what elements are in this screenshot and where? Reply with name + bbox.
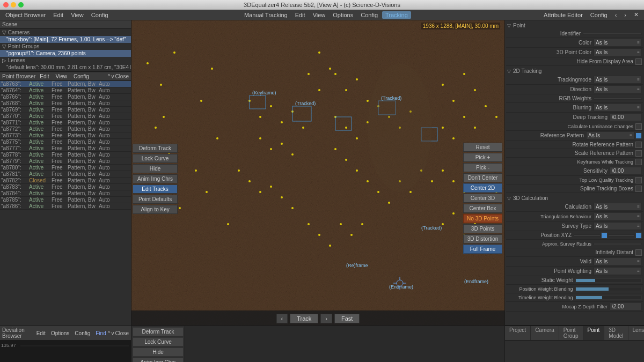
pos-y-value[interactable]: [608, 234, 635, 237]
attr-nav-left[interactable]: ‹: [612, 11, 620, 19]
menu-manual-tracking[interactable]: Manual Tracking: [241, 11, 291, 19]
dev-nav-down[interactable]: v: [111, 330, 114, 336]
close-dot[interactable]: [3, 2, 9, 8]
menu-edit-track[interactable]: Edit: [292, 11, 309, 19]
point-groups-group[interactable]: ▽ Point Groups: [0, 43, 131, 50]
point-row[interactable]: "a8763": Active Free Pattern, Bw Auto: [0, 81, 131, 87]
infinitely-distant-checkbox[interactable]: [635, 249, 642, 256]
maximize-dot[interactable]: [18, 2, 24, 8]
attr-close[interactable]: ✕: [631, 11, 642, 19]
menu-tracking-active[interactable]: Tracking: [382, 11, 411, 19]
rotate-ref-checkbox[interactable]: [635, 142, 642, 148]
point-browser-nav-up[interactable]: ^: [108, 73, 111, 79]
hide-button[interactable]: Hide: [133, 164, 178, 173]
lock-curve-button[interactable]: Lock Curve: [133, 154, 178, 163]
camera-item[interactable]: "trackboy": [Main], 72 Frames, 1.00, Len…: [0, 36, 131, 43]
point-row[interactable]: "a8766": Active Free Pattern, Bw Auto: [0, 94, 131, 100]
pick-plus-button[interactable]: Pick +: [463, 153, 502, 162]
scale-ref-checkbox[interactable]: [635, 150, 642, 157]
triangulation-value[interactable]: As Is ≡: [594, 212, 642, 220]
lenses-group[interactable]: ▷ Lenses: [0, 57, 131, 64]
vp-fast-button[interactable]: Fast: [334, 314, 360, 323]
point-row[interactable]: "a8764": Active Free Pattern, Bw Auto: [0, 87, 131, 94]
hide-checkbox[interactable]: [635, 58, 642, 65]
anim-img-button[interactable]: Anim Img Chrs: [133, 174, 178, 183]
point-browser-config[interactable]: Config: [71, 73, 91, 79]
center-2d-button[interactable]: Center 2D: [463, 183, 502, 193]
center-3d-button[interactable]: Center 3D: [463, 194, 502, 203]
3d-distortion-button[interactable]: 3D Distortion: [463, 234, 502, 243]
point-row[interactable]: "a8778": Active Free Pattern, Bw Auto: [0, 152, 131, 158]
lens-item[interactable]: "default lens": 30.00 mm, 2.81 cm x 1.87…: [0, 64, 131, 71]
approx-survey-value[interactable]: [594, 243, 642, 245]
trackingmode-value[interactable]: As Is ≡: [594, 76, 642, 84]
deep-tracking-value[interactable]: \0.00: [610, 113, 642, 121]
timeline-weight-bar[interactable]: [575, 295, 642, 300]
tab-camera[interactable]: Camera: [531, 326, 559, 340]
tab-lens[interactable]: Lens: [628, 326, 644, 340]
3d-points-button[interactable]: 3D Points: [463, 224, 502, 233]
spline-boxes-checkbox[interactable]: [635, 186, 642, 192]
point-row[interactable]: "a8781": Active Free Pattern, Bw Auto: [0, 171, 131, 178]
reset-button[interactable]: Reset: [463, 143, 502, 152]
tab-3d-model[interactable]: 3D Model: [604, 326, 628, 340]
point-defaults-button[interactable]: Point Defaults: [133, 195, 178, 204]
menu-config-ob[interactable]: Config: [88, 11, 112, 19]
vp-next-button[interactable]: ›: [320, 314, 332, 323]
vp-track-button[interactable]: Track: [290, 314, 318, 323]
point-row[interactable]: "a8769": Active Free Pattern, Bw Auto: [0, 107, 131, 113]
point-row[interactable]: "a8777": Active Free Pattern, Bw Auto: [0, 145, 131, 152]
hide-tool[interactable]: Hide: [133, 348, 184, 357]
point-row[interactable]: "a8770": Active Free Pattern, Bw Auto: [0, 113, 131, 120]
deform-track-tool[interactable]: Deform Track: [133, 327, 184, 336]
point-browser-view[interactable]: View: [53, 73, 69, 79]
point-row[interactable]: "a8784": Active Free Pattern, Bw Auto: [0, 190, 131, 197]
pos-x-value[interactable]: [574, 234, 601, 237]
point-row[interactable]: "a8772": Active Free Pattern, Bw Auto: [0, 126, 131, 132]
3d-point-color-value[interactable]: As Is ≡: [594, 48, 642, 56]
pick-minus-button[interactable]: Pick -: [463, 163, 502, 172]
no-3d-points-button[interactable]: No 3D Points: [463, 214, 502, 223]
dev-nav-up[interactable]: ^: [108, 330, 111, 336]
point-browser-close[interactable]: Close: [115, 73, 129, 79]
menu-object-browser[interactable]: Object Browser: [2, 11, 49, 19]
minimize-dot[interactable]: [11, 2, 16, 8]
center-box-button[interactable]: Center Box: [463, 204, 502, 213]
attr-editor-config[interactable]: Config: [587, 11, 611, 19]
edit-tracks-button[interactable]: Edit Tracks: [133, 184, 178, 194]
point-row[interactable]: "a8783": Active Free Pattern, Bw Auto: [0, 184, 131, 190]
anim-img-tool[interactable]: Anim Img Chrs: [133, 358, 184, 362]
menu-view-ob[interactable]: View: [68, 11, 87, 19]
point-row[interactable]: "a8785": Active Free Pattern, Bw Auto: [0, 197, 131, 203]
sensitivity-value[interactable]: \0.00: [610, 167, 642, 175]
point-row[interactable]: "a8771": Active Free Pattern, Bw Auto: [0, 120, 131, 126]
survey-type-value[interactable]: As Is ≡: [594, 222, 642, 230]
deform-track-button[interactable]: Deform Track: [133, 144, 178, 153]
menu-view-track[interactable]: View: [310, 11, 329, 19]
point-browser-nav-down[interactable]: v: [111, 73, 114, 79]
mocap-zdepth-value[interactable]: \2.00: [610, 302, 642, 311]
menu-config-track[interactable]: Config: [357, 11, 381, 19]
calculation-value[interactable]: As Is ≡: [594, 203, 642, 211]
point-row[interactable]: "a8768": Active Free Pattern, Bw Auto: [0, 100, 131, 107]
dev-config[interactable]: Config: [73, 330, 92, 336]
point-row[interactable]: "a8773": Active Free Pattern, Bw Auto: [0, 132, 131, 139]
point-group-item[interactable]: "pgroup#1": Camera, 2360 points: [0, 50, 131, 57]
align-to-key-button[interactable]: Align to Key: [133, 205, 178, 214]
ref-pattern-value[interactable]: As Is ≡: [586, 131, 634, 139]
lock-curve-tool[interactable]: Lock Curve: [133, 337, 184, 346]
vp-prev-button[interactable]: ‹: [276, 314, 288, 323]
color-value[interactable]: As Is ≡: [594, 39, 642, 47]
dev-options[interactable]: Options: [49, 330, 71, 336]
dev-close[interactable]: Close: [115, 330, 129, 336]
point-row[interactable]: "a8775": Active Free Pattern, Bw Auto: [0, 139, 131, 145]
tracking-2d-title[interactable]: 2D Tracking: [506, 67, 643, 75]
tab-project[interactable]: Project: [505, 326, 531, 340]
full-frame-button[interactable]: Full Frame: [463, 245, 502, 254]
point-row[interactable]: "a8782": Closed Free Pattern, Bw Auto: [0, 178, 131, 184]
identifier-value[interactable]: [583, 33, 642, 35]
point-browser-edit[interactable]: Edit: [38, 73, 51, 79]
point-section-title[interactable]: Point: [506, 21, 643, 29]
point-weighting-value[interactable]: As Is ≡: [594, 267, 642, 275]
tab-point[interactable]: Point: [583, 326, 605, 340]
